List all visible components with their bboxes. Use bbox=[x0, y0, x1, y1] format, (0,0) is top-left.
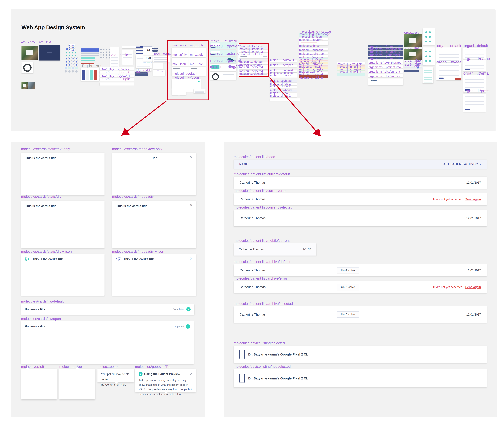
card-title: This is the card’s title bbox=[123, 257, 155, 261]
patient-name: Catherine Thomas bbox=[240, 217, 266, 220]
patient-row-archive-error[interactable]: Catherine Thomas Un-Archive Invite not y… bbox=[234, 281, 487, 293]
last-activity-date: 12/01/2017 bbox=[466, 313, 481, 316]
modal-title: Title bbox=[112, 156, 196, 160]
tip-title: Using the Patient Preview bbox=[144, 372, 180, 376]
popover-tip: i Using the Patient Preview ✕ To keep Li… bbox=[135, 369, 196, 392]
section-label: molecules/device listing/selected bbox=[234, 341, 285, 345]
invite-error-text: Invite not yet accepted. bbox=[433, 198, 463, 201]
page-title: Web App Design System bbox=[22, 24, 85, 30]
completed-check-icon: ✓ bbox=[186, 324, 190, 329]
section-label: molecules/popover/Tip bbox=[135, 365, 170, 368]
section-label: molecules/cards/modal/div + icon bbox=[112, 250, 164, 253]
patient-row-current-default[interactable]: Catherine Thomas 12/01/2017 bbox=[234, 177, 487, 189]
highlight-box-patient-list bbox=[239, 43, 269, 77]
close-icon[interactable]: ✕ bbox=[190, 155, 193, 159]
cards-detail-panel: molecules/cards/static/text only molecul… bbox=[11, 142, 205, 417]
section-label: molecules/cards/modal/text only bbox=[112, 147, 162, 151]
section-label: molecules/cards/static/div bbox=[21, 195, 61, 198]
device-row-selected[interactable]: Dr. Satyanarayana’s Google Pixel 2 XL bbox=[234, 346, 487, 363]
homework-card-default[interactable]: Homework title Completed ✓ bbox=[21, 304, 194, 315]
device-name: Dr. Satyanarayana’s Google Pixel 2 XL bbox=[248, 377, 308, 380]
card-modal-text-only: Title ✕ bbox=[112, 153, 196, 195]
popover-text: Your patient may be off center. bbox=[101, 373, 129, 381]
card-modal-div-icon: This is the card’s title ✕ bbox=[112, 254, 196, 295]
patient-name: Catherine Thomas bbox=[240, 313, 266, 316]
popover-caret-top-center bbox=[59, 369, 95, 399]
paper-plane-icon bbox=[25, 257, 30, 261]
patient-name: Catherine Thomas bbox=[239, 247, 264, 251]
last-activity-date-short: 12/01/17 bbox=[301, 248, 312, 251]
send-again-link[interactable]: Send again bbox=[465, 285, 481, 289]
section-label: molecules/cards/modal/div bbox=[112, 195, 154, 198]
close-icon[interactable]: ✕ bbox=[190, 257, 193, 261]
popover-caret-left bbox=[21, 369, 57, 399]
patient-row-archive-selected[interactable]: Catherine Thomas Un-Archive 12/01/2017 bbox=[234, 306, 487, 323]
homework-card-open: Homework title Completed ✓ bbox=[21, 321, 194, 364]
patient-row-mobile-current[interactable]: Catherine Thomas 12/01/17 bbox=[234, 243, 316, 255]
completed-label: Completed bbox=[173, 308, 185, 311]
section-label: molecules/device listing/not selected bbox=[234, 365, 291, 368]
patient-list-header: NAME LAST PATIENT ACTIVITY ▼ bbox=[234, 160, 487, 169]
patient-name: Catherine Thomas bbox=[240, 285, 266, 289]
patient-name: Catherine Thomas bbox=[240, 198, 266, 201]
section-label: molecules/patient list/current/default bbox=[234, 172, 290, 176]
edit-pencil-icon[interactable] bbox=[476, 352, 481, 357]
section-label: molec...bottom bbox=[97, 365, 120, 368]
patient-row-current-selected[interactable]: Catherine Thomas 12/01/2017 bbox=[234, 210, 487, 226]
device-row-not-selected[interactable]: Dr. Satyanarayana’s Google Pixel 2 XL bbox=[234, 369, 487, 387]
section-label: molecules/patient list/archive/default bbox=[234, 260, 290, 264]
patient-row-archive-default[interactable]: Catherine Thomas Un-Archive 12/01/2017 bbox=[234, 264, 487, 276]
phone-icon bbox=[239, 350, 245, 359]
activity-column-header[interactable]: LAST PATIENT ACTIVITY bbox=[441, 163, 478, 166]
section-label: molecules/cards/static/text only bbox=[21, 147, 70, 151]
info-icon: i bbox=[138, 372, 143, 376]
popover-caret bbox=[164, 392, 168, 394]
send-again-link[interactable]: Send again bbox=[465, 198, 481, 201]
design-system-canvas: { "page": { "title": "Web App Design Sys… bbox=[0, 0, 504, 422]
completed-label: Completed bbox=[172, 325, 184, 328]
last-activity-date: 12/01/2017 bbox=[466, 269, 481, 272]
section-label: molecules/cards/static/div + icon bbox=[21, 250, 72, 253]
patient-name: Catherine Thomas bbox=[240, 181, 266, 184]
patient-list-detail-panel: molecules/patient list/head NAME LAST PA… bbox=[224, 142, 497, 417]
section-label: molecules/patient list/head bbox=[234, 155, 275, 159]
patient-name: Catherine Thomas bbox=[240, 269, 266, 272]
invite-error-text: Invite not yet accepted. bbox=[433, 285, 463, 289]
section-label: molecules/patient list/archive/selected bbox=[234, 302, 293, 305]
section-label: molecules/cards/hw/open bbox=[21, 317, 61, 320]
last-activity-date: 12/01/2017 bbox=[466, 217, 481, 220]
close-icon[interactable]: ✕ bbox=[190, 372, 193, 376]
unarchive-button[interactable]: Un-Archive bbox=[337, 267, 359, 273]
last-activity-date: 12/01/2017 bbox=[466, 181, 481, 184]
card-title: This is the card’s title bbox=[32, 257, 64, 261]
section-label: molecules/patient list/archive/error bbox=[234, 277, 287, 280]
phone-icon bbox=[239, 374, 245, 383]
close-icon[interactable]: ✕ bbox=[190, 203, 193, 207]
popover-caret-bottom: Your patient may be off center. Re-Cente… bbox=[97, 369, 134, 382]
name-column-header[interactable]: NAME bbox=[239, 163, 248, 166]
card-static-text-only: This is the card’s title bbox=[21, 153, 104, 195]
popover-caret bbox=[26, 367, 30, 369]
homework-title: Homework title bbox=[25, 325, 45, 328]
homework-title: Homework title bbox=[25, 308, 45, 311]
section-label: molec...ver/left bbox=[21, 365, 44, 368]
device-name: Dr. Satyanarayana’s Google Pixel 2 XL bbox=[248, 353, 308, 356]
section-label: molecules/cards/hw/default bbox=[21, 300, 64, 303]
tip-body: To keep Limbix running smoothly, we only… bbox=[135, 377, 196, 400]
card-static-div: This is the card’s title bbox=[21, 201, 104, 248]
sort-arrow-icon[interactable]: ▼ bbox=[480, 163, 481, 165]
unarchive-button[interactable]: Un-Archive bbox=[337, 284, 359, 290]
patient-row-current-error[interactable]: Catherine Thomas Invite not yet accepted… bbox=[234, 193, 487, 205]
section-label: molecules/patient list/current/error bbox=[234, 189, 287, 193]
unarchive-button[interactable]: Un-Archive bbox=[337, 311, 359, 318]
send-plane-icon bbox=[116, 257, 121, 261]
card-modal-div: This is the card’s title ✕ bbox=[112, 201, 196, 248]
section-label: molecules/patient list/mobile/current bbox=[234, 239, 290, 242]
popover-text: Re-Center them here bbox=[101, 383, 126, 386]
card-title: This is the card’s title bbox=[116, 204, 192, 208]
section-label: molecules/patient list/current/selected bbox=[234, 205, 292, 209]
popover-caret bbox=[75, 367, 79, 369]
completed-check-icon: ✓ bbox=[186, 307, 191, 311]
card-title: This is the card’s title bbox=[25, 204, 100, 208]
card-static-div-icon: This is the card’s title bbox=[21, 254, 104, 295]
